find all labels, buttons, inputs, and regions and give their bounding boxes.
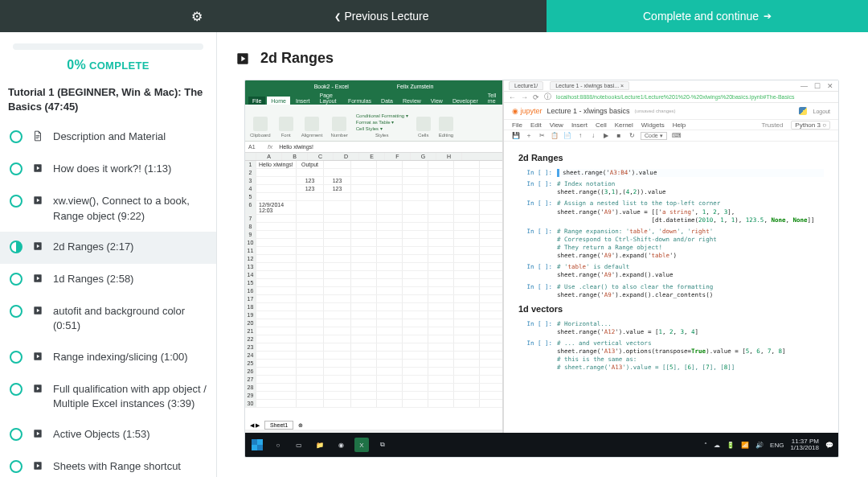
cell-prompt: In [ ]: (518, 180, 552, 196)
jupyter-logo: ◉ jupyter (512, 107, 542, 115)
notebook-body: 2d Ranges In [ ]:sheet.range('A3:B4').va… (504, 142, 838, 379)
cell-code: # ... and vertical vectors sheet.range('… (557, 339, 824, 372)
sidebar-item-1[interactable]: How does it work?! (1:13) (0, 154, 216, 186)
play-icon (32, 428, 43, 443)
sidebar-item-2[interactable]: xw.view(), Connect to a book, Range obje… (0, 186, 216, 231)
jupyter-menu-edit: Edit (530, 121, 542, 129)
excel-tab-review: Review (399, 97, 425, 105)
notebook-cell: In [ ]:# 'table' is default sheet.range(… (518, 263, 824, 279)
excel-tab-file: File (248, 97, 265, 105)
cell-prompt: In [ ]: (518, 320, 552, 336)
main-content: 2d Ranges Book2 - Excel Felix Zumstein F… (217, 32, 868, 477)
cortana-icon: ○ (271, 438, 285, 452)
excel-tab-insert: Insert (292, 97, 314, 105)
cell-code: # Index notation sheet.range((3,1),(4,2)… (557, 180, 824, 196)
jtool-btn: 💾 (512, 132, 520, 139)
jupyter-menu-insert: Insert (571, 121, 588, 129)
previous-lecture-label: Previous Lecture (344, 10, 428, 23)
excel-sheet-tab: Sheet1 (264, 421, 293, 430)
notebook-heading-2: 1d vectors (518, 304, 824, 314)
excel-ribbon: Clipboard Font Alignment Number Conditio… (245, 105, 502, 142)
reload-icon: ⟳ (533, 93, 539, 101)
notebook-title: Lecture 1 - xlwings basics (547, 107, 630, 115)
sidebar-item-label: Description and Material (53, 130, 207, 144)
start-icon (250, 438, 264, 452)
play-icon (32, 241, 43, 256)
cell-prompt: In [ ]: (518, 283, 552, 299)
excel-cell-ref: A1 (248, 144, 264, 150)
progress-circle-icon (10, 241, 23, 253)
tray-volume-icon: 🔊 (755, 442, 764, 449)
progress-circle-icon (10, 130, 23, 143)
excel-window: Book2 - Excel Felix Zumstein FileHomeIns… (245, 80, 502, 434)
excel-formula-value: Hello xlwings! (279, 144, 313, 150)
jupyter-toolbar: 💾＋✂📋📄↑↓▶■↻Code ▾⌨ (504, 130, 838, 142)
sidebar-item-label: 1d Ranges (2:58) (53, 272, 207, 286)
play-icon (32, 162, 43, 178)
sidebar-item-label: Full qualification with app object / Mul… (53, 382, 207, 411)
sidebar-item-label: Range indexing/slicing (1:00) (53, 350, 207, 364)
notebook-cell: In [ ]:# Index notation sheet.range((3,1… (518, 180, 824, 196)
doc-icon (32, 130, 43, 146)
progress-section: 0% COMPLETE (0, 32, 216, 79)
sidebar-item-9[interactable]: Sheets with Range shortcut (sheet[...]) … (0, 451, 216, 477)
excel-tab-data: Data (377, 97, 397, 105)
jtool-btn: ＋ (525, 131, 533, 140)
cell-prompt: In [ ]: (518, 169, 552, 177)
settings-area: ⚙ (0, 0, 217, 32)
sidebar-item-4[interactable]: 1d Ranges (2:58) (0, 264, 216, 296)
progress-circle-icon (10, 273, 23, 286)
sidebar-item-label: 2d Ranges (2:17) (53, 240, 207, 254)
course-title: Tutorial 1 (BEGINNER, Win & Mac): The Ba… (0, 79, 216, 121)
lecture-title: 2d Ranges (260, 50, 334, 67)
tray-date: 1/13/2018 (790, 445, 819, 451)
cell-code: # 'table' is default sheet.range('A9').e… (557, 263, 824, 279)
sidebar-item-7[interactable]: Full qualification with app object / Mul… (0, 374, 216, 419)
notebook-cell: In [ ]:sheet.range('A3:B4').value (518, 169, 824, 177)
play-icon (32, 460, 43, 475)
browser-tabstrip: Lecture1/ Lecture 1 - xlwings basi... × … (504, 80, 838, 92)
jupyter-menu-cell: Cell (596, 121, 607, 129)
excel-tab-tell-me: Tell me (484, 91, 502, 105)
video-screenshot[interactable]: Book2 - Excel Felix Zumstein FileHomeIns… (244, 80, 839, 458)
jtool-btn: ■ (615, 132, 623, 139)
excel-icon: X (354, 438, 369, 452)
browser-tab-2: Lecture 1 - xlwings basi... × (550, 81, 629, 90)
sidebar-item-6[interactable]: Range indexing/slicing (1:00) (0, 342, 216, 374)
jupyter-menu-widgets: Widgets (641, 121, 665, 129)
lecture-title-row: 2d Ranges (235, 50, 850, 67)
progress-text: 0% COMPLETE (13, 58, 203, 72)
notebook-cell: In [ ]:# Assign a nested list to the top… (518, 199, 824, 224)
window-min-icon: — (800, 82, 808, 90)
jtool-btn: Code ▾ (641, 132, 667, 140)
notebook-cell: In [ ]:# Use .clear() to also clear the … (518, 283, 824, 299)
jupyter-menu: FileEditViewInsertCellKernelWidgetsHelpT… (504, 119, 838, 130)
cell-prompt: In [ ]: (518, 228, 552, 261)
browser-address-bar: ← → ⟳ ⓘ localhost:8888/notebooks/Lecture… (504, 92, 838, 103)
sidebar-item-label: Active Objects (1:53) (53, 427, 207, 442)
gear-icon[interactable]: ⚙ (191, 9, 203, 24)
cell-prompt: In [ ]: (518, 263, 552, 279)
jupyter-menu-kernel: Kernel (615, 121, 633, 129)
sidebar-item-label: How does it work?! (1:13) (53, 162, 207, 176)
jtool-btn: ⌨ (672, 132, 680, 139)
progress-circle-icon (10, 195, 23, 208)
sidebar-item-5[interactable]: autofit and background color (0:51) (0, 296, 216, 341)
excel-grid: ABCDEFGH 1Hello xlwings!Output2312312341… (245, 153, 502, 408)
excel-tabs: FileHomeInsertPage LayoutFormulasDataRev… (245, 92, 502, 105)
sidebar-item-0[interactable]: Description and Material (0, 121, 216, 154)
logout-link: Logout (813, 109, 830, 114)
sidebar: 0% COMPLETE Tutorial 1 (BEGINNER, Win & … (0, 32, 217, 477)
sidebar-item-8[interactable]: Active Objects (1:53) (0, 419, 216, 451)
sidebar-item-label: Sheets with Range shortcut (sheet[...]) … (53, 459, 207, 477)
complete-continue-button[interactable]: Complete and continue (547, 0, 868, 32)
jupyter-menu-help: Help (673, 121, 686, 129)
excel-tab-formulas: Formulas (344, 97, 375, 105)
sidebar-item-3[interactable]: 2d Ranges (2:17) (0, 232, 216, 264)
previous-lecture-button[interactable]: Previous Lecture (217, 0, 547, 32)
progress-circle-icon (10, 162, 23, 175)
cell-prompt: In [ ]: (518, 199, 552, 224)
progress-circle-icon (10, 351, 23, 364)
cell-code: # Horizontal... sheet.range('A12').value… (557, 320, 824, 336)
play-icon (235, 51, 251, 67)
